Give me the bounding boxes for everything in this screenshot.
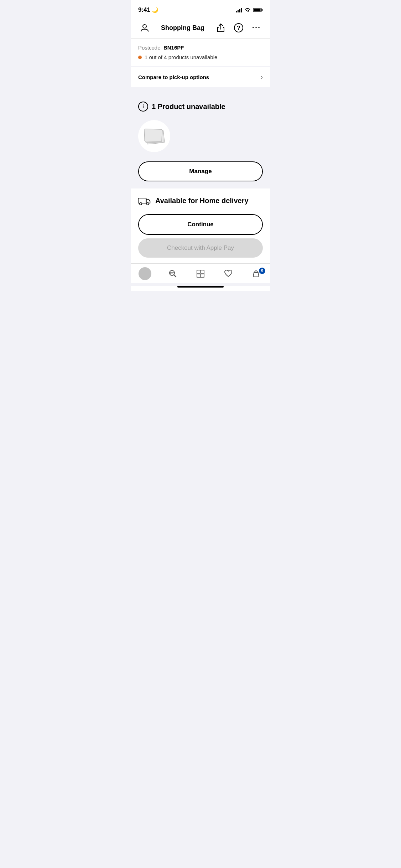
share-button[interactable] <box>214 21 227 34</box>
product-thumbnail <box>143 128 166 144</box>
delivery-card: Postcode BN16PF 1 out of 4 products unav… <box>131 39 270 66</box>
unavailable-count-text: 1 out of 4 products unavailable <box>145 54 217 60</box>
user-icon[interactable] <box>138 21 151 34</box>
tab-bar: 5 <box>131 263 270 283</box>
page-title: Shopping Bag <box>161 24 204 32</box>
status-time: 9:41 <box>138 6 150 14</box>
compare-options-button[interactable]: Compare to pick-up options › <box>131 67 270 87</box>
svg-point-7 <box>140 203 142 205</box>
battery-icon <box>253 7 263 12</box>
continue-button[interactable]: Continue <box>138 214 263 235</box>
svg-rect-13 <box>197 274 200 277</box>
product-image <box>138 120 170 152</box>
more-button[interactable]: ··· <box>250 21 263 34</box>
tab-wishlist[interactable] <box>218 269 239 278</box>
user-avatar <box>139 267 151 280</box>
home-indicator <box>177 286 224 288</box>
svg-rect-10 <box>197 270 204 277</box>
section-divider <box>131 91 270 94</box>
truck-icon <box>138 196 151 206</box>
compare-options-label: Compare to pick-up options <box>138 74 209 80</box>
basket-count-badge: 5 <box>259 268 265 274</box>
info-circle-icon: i <box>138 102 148 112</box>
postcode-value[interactable]: BN16PF <box>163 45 184 51</box>
home-delivery-title: Available for Home delivery <box>155 197 249 205</box>
orange-dot-icon <box>138 56 142 59</box>
page-layer-3 <box>144 129 162 142</box>
stores-icon <box>196 269 205 278</box>
wifi-icon <box>244 7 251 12</box>
unavailable-product-item <box>138 117 263 158</box>
svg-point-8 <box>147 203 149 205</box>
action-buttons: Continue Checkout with Apple Pay <box>131 206 270 263</box>
status-icons <box>236 7 263 12</box>
manage-button-wrap: Manage <box>131 158 270 188</box>
status-bar: 9:41 🌙 <box>131 0 270 18</box>
nav-bar: Shopping Bag ? ··· <box>131 18 270 39</box>
tab-basket[interactable]: 5 <box>245 269 267 278</box>
heart-icon <box>224 269 233 278</box>
svg-rect-14 <box>201 274 204 277</box>
apple-pay-button[interactable]: Checkout with Apple Pay <box>138 238 263 258</box>
svg-rect-11 <box>197 270 200 273</box>
home-delivery-section: Available for Home delivery <box>131 188 270 206</box>
moon-icon: 🌙 <box>152 7 158 13</box>
postcode-label: Postcode <box>138 45 161 51</box>
postcode-line: Postcode BN16PF <box>138 45 263 51</box>
unavailable-section-title: 1 Product unavailable <box>152 103 225 111</box>
search-icon <box>168 269 177 278</box>
unavailable-status-line: 1 out of 4 products unavailable <box>138 54 263 60</box>
help-button[interactable]: ? <box>232 21 245 34</box>
home-delivery-row: Available for Home delivery <box>138 196 263 206</box>
unavailable-section: i 1 Product unavailable <box>131 94 270 158</box>
nav-actions: ? ··· <box>214 21 263 34</box>
signal-icon <box>236 7 242 12</box>
tab-search[interactable] <box>162 269 183 278</box>
manage-button[interactable]: Manage <box>138 161 263 181</box>
tab-home[interactable] <box>134 267 156 280</box>
svg-rect-1 <box>254 9 261 11</box>
svg-point-3 <box>143 25 146 28</box>
svg-text:?: ? <box>237 25 240 31</box>
chevron-right-icon: › <box>261 73 263 81</box>
svg-rect-12 <box>201 270 204 273</box>
svg-rect-6 <box>138 198 146 203</box>
tab-stores[interactable] <box>190 269 211 278</box>
unavailable-title-row: i 1 Product unavailable <box>138 102 263 112</box>
svg-rect-2 <box>262 9 263 11</box>
